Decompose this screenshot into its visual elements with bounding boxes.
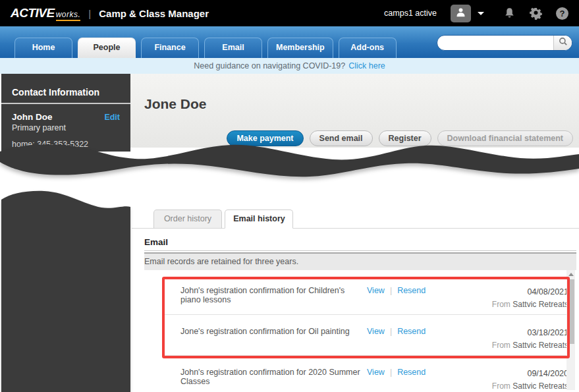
covid-banner: Need guidance on navigating COVID-19? Cl… (0, 58, 579, 74)
email-row: Jone's registration confirmation for Oil… (165, 315, 568, 356)
active-works-logo: ACTIVE works. (11, 6, 80, 21)
email-subject: John's registration confirmation for 202… (180, 368, 367, 386)
email-subject: Jone's registration confirmation for Oil… (180, 327, 367, 336)
email-date: 04/08/2021 (527, 287, 568, 296)
nav-tab-finance[interactable]: Finance (141, 38, 199, 58)
history-tabs: Order history Email history (132, 206, 579, 229)
tab-order-history[interactable]: Order history (153, 210, 222, 229)
email-date: 09/14/2020 (527, 369, 568, 378)
link-separator: | (390, 286, 392, 295)
brand-divider: | (88, 8, 91, 19)
nav-tab-membership[interactable]: Membership (267, 38, 333, 58)
resend-link[interactable]: Resend (397, 368, 426, 377)
tab-email-history[interactable]: Email history (225, 210, 293, 229)
nav-tab-home[interactable]: Home (14, 38, 72, 58)
email-section-title: Email (144, 237, 576, 251)
nav-tab-people[interactable]: People (78, 38, 136, 58)
brand-suffix-text: works. (56, 10, 81, 21)
view-link[interactable]: View (367, 327, 385, 336)
email-from-label: From (492, 381, 510, 391)
top-bar-actions: camps1 active ? (384, 5, 568, 22)
email-meta: 09/14/2020 From Sattvic Retreats (464, 368, 568, 392)
camp-class-manager-app: ACTIVE works. | Camp & Class Manager cam… (0, 0, 579, 392)
nav-tab-email[interactable]: Email (204, 38, 262, 58)
email-retention-note: Email records are retained for three yea… (144, 252, 576, 270)
search-icon (559, 37, 568, 49)
search-button[interactable] (553, 36, 572, 50)
covid-click-here-link[interactable]: Click here (348, 61, 385, 70)
email-sender: Sattvic Retreats (512, 381, 568, 391)
top-bar: ACTIVE works. | Camp & Class Manager cam… (0, 0, 579, 26)
main-area: Jone Doe Make payment Send email Registe… (0, 74, 579, 392)
scrollbar-thumb[interactable] (567, 279, 574, 344)
view-link[interactable]: View (367, 286, 385, 295)
email-row: John's registration confirmation for 202… (165, 356, 568, 392)
email-row: John's registration confirmation for Chi… (165, 274, 568, 315)
email-sender: Sattvic Retreats (512, 300, 568, 309)
account-menu[interactable] (451, 5, 484, 22)
main-navigation: Home People Finance Email Membership Add… (0, 26, 579, 58)
covid-banner-text: Need guidance on navigating COVID-19? (194, 61, 345, 70)
search-input[interactable] (437, 36, 553, 50)
email-sender: Sattvic Retreats (512, 341, 568, 350)
email-subject: John's registration confirmation for Chi… (180, 286, 367, 304)
view-link[interactable]: View (367, 368, 385, 377)
app-title: Camp & Class Manager (99, 8, 209, 19)
email-from-label: From (492, 341, 510, 350)
torn-paper-ribbon (0, 138, 579, 186)
page-title: Jone Doe (144, 96, 207, 112)
contact-info-divider (1, 103, 130, 104)
settings-gear-icon[interactable] (530, 7, 542, 20)
link-separator: | (390, 368, 392, 377)
user-icon (455, 7, 466, 20)
email-from-label: From (492, 300, 510, 309)
email-list-scrollbar[interactable] (566, 270, 575, 390)
chevron-down-icon[interactable] (478, 12, 484, 15)
nav-tab-addons[interactable]: Add-ons (339, 38, 397, 58)
contact-role: Primary parent (12, 123, 120, 132)
person-history-section: Order history Email history Email Email … (132, 206, 579, 392)
account-name-label: camps1 active (384, 9, 437, 18)
resend-link[interactable]: Resend (397, 286, 426, 295)
search-box (437, 35, 572, 51)
triangle-up-icon (568, 273, 574, 276)
help-glyph: ? (560, 9, 565, 18)
scrollbar-up-arrow[interactable] (566, 270, 575, 279)
email-meta: 04/08/2021 From Sattvic Retreats (464, 286, 568, 311)
email-meta: 03/18/2021 From Sattvic Retreats (464, 327, 568, 352)
link-separator: | (390, 327, 392, 336)
email-list: John's registration confirmation for Chi… (165, 274, 568, 392)
resend-link[interactable]: Resend (397, 327, 426, 336)
email-date: 03/18/2021 (527, 328, 568, 337)
brand-text: ACTIVE (11, 6, 55, 20)
avatar-button[interactable] (451, 5, 471, 22)
email-history-panel: Email Email records are retained for thr… (144, 237, 576, 392)
sidebar-lower-torn-block (1, 189, 130, 392)
contact-name: John Doe (12, 112, 53, 122)
edit-contact-link[interactable]: Edit (104, 113, 120, 122)
help-question-icon[interactable]: ? (556, 7, 568, 20)
notifications-bell-icon[interactable] (503, 7, 516, 20)
contact-info-heading: Contact Information (12, 87, 120, 98)
